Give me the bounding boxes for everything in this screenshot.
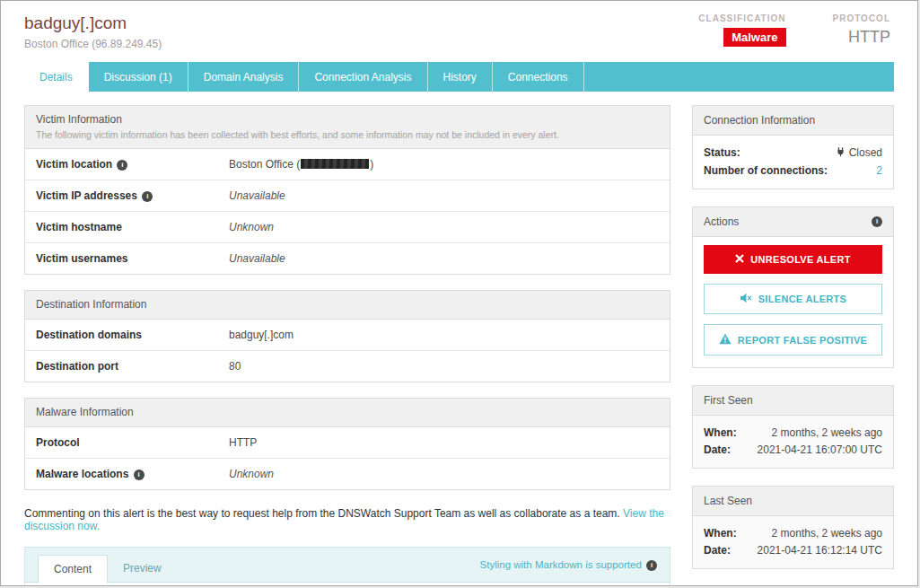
table-row: Destination port 80: [25, 351, 670, 382]
section-header: Malware Information: [25, 399, 670, 427]
info-icon[interactable]: i: [872, 216, 882, 227]
page-title: badguy[.]com: [24, 13, 162, 33]
classification-badge: Malware: [723, 28, 785, 47]
classification-label: CLASSIFICATION: [698, 13, 785, 23]
row-label: Victim location: [36, 158, 112, 171]
when-row: When: 2 months, 2 weeks ago: [704, 424, 882, 441]
header-left: badguy[.]com Boston Office (96.89.249.45…: [24, 13, 162, 50]
tab-details[interactable]: Details: [24, 62, 89, 92]
table-row: Victim IP addresses i Unavailable: [25, 180, 670, 212]
section-subtitle: The following victim information has bee…: [36, 129, 659, 140]
status-row: Status: Closed: [704, 144, 882, 162]
row-label: Victim usernames: [36, 252, 128, 265]
row-value: badguy[.]com: [229, 329, 294, 341]
when-row: When: 2 months, 2 weeks ago: [704, 524, 882, 541]
row-label: Destination port: [36, 360, 118, 373]
page-header: badguy[.]com Boston Office (96.89.249.45…: [1, 1, 917, 50]
tab-discussion[interactable]: Discussion (1): [89, 62, 188, 92]
table-row: Protocol HTTP: [25, 427, 670, 459]
tab-connection-analysis[interactable]: Connection Analysis: [299, 62, 427, 92]
tab-preview[interactable]: Preview: [108, 555, 177, 582]
row-label: Victim hostname: [36, 221, 122, 233]
row-value: Unavailable: [229, 252, 285, 265]
first-seen-box: First Seen When: 2 months, 2 weeks ago D…: [692, 385, 894, 469]
connections-row: Number of connections: 2: [704, 162, 882, 179]
row-value: 80: [229, 360, 241, 373]
tab-domain-analysis[interactable]: Domain Analysis: [188, 62, 300, 92]
row-label: Malware locations: [36, 468, 128, 480]
redacted-ip: [301, 159, 369, 169]
box-header: First Seen: [693, 386, 893, 416]
connections-count-link[interactable]: 2: [876, 164, 882, 177]
malware-information-section: Malware Information Protocol HTTP Malwar…: [24, 398, 670, 490]
tab-content[interactable]: Content: [38, 555, 108, 583]
row-value: Unknown: [229, 468, 274, 480]
box-body: Status: Closed Number of connections: 2: [693, 136, 893, 189]
box-header: Actionsi: [693, 207, 893, 237]
row-label: Destination domains: [36, 329, 142, 341]
victim-information-section: Victim Information The following victim …: [24, 105, 670, 275]
silence-alerts-button[interactable]: SILENCE ALERTS: [704, 284, 882, 314]
left-column: Victim Information The following victim …: [24, 105, 670, 586]
box-body: UNRESOLVE ALERT SILENCE ALERTS REPORT FA…: [693, 237, 893, 367]
protocol-value: HTTP: [833, 28, 890, 47]
mute-speaker-icon: [740, 293, 752, 305]
date-row: Date: 2021-04-21 16:12:14 UTC: [704, 541, 882, 558]
connection-information-box: Connection Information Status: Closed Nu…: [692, 105, 894, 189]
info-icon[interactable]: i: [142, 191, 153, 202]
discussion-prompt: Commenting on this alert is the best way…: [24, 507, 670, 532]
row-value: Unknown: [229, 221, 274, 233]
comment-body: [25, 583, 670, 586]
main-content: Victim Information The following victim …: [1, 92, 917, 586]
row-label: Protocol: [36, 436, 80, 449]
section-title: Destination Information: [36, 298, 659, 311]
info-icon[interactable]: i: [646, 560, 657, 571]
row-value: Boston Office (): [229, 158, 373, 171]
row-label: Victim IP addresses: [36, 189, 137, 202]
comment-tabs: Content Preview Styling with Markdown is…: [25, 548, 670, 583]
classification-block: CLASSIFICATION Malware: [698, 13, 785, 50]
tabbar: Details Discussion (1) Domain Analysis C…: [24, 62, 894, 92]
connections-label: Number of connections:: [704, 164, 828, 177]
table-row: Victim location i Boston Office (): [25, 149, 670, 180]
table-row: Malware locations i Unknown: [25, 459, 670, 489]
page-subtitle: Boston Office (96.89.249.45): [24, 38, 162, 50]
row-value: HTTP: [229, 436, 257, 449]
info-icon[interactable]: i: [117, 160, 127, 171]
section-title: Malware Information: [36, 406, 659, 418]
table-row: Destination domains badguy[.]com: [25, 320, 670, 351]
unresolve-alert-button[interactable]: UNRESOLVE ALERT: [704, 245, 882, 274]
status-label: Status:: [704, 146, 740, 159]
section-header: Destination Information: [25, 291, 670, 320]
box-header: Connection Information: [693, 106, 893, 136]
markdown-note: Styling with Markdown is supported i: [480, 559, 657, 578]
protocol-label: PROTOCOL: [833, 13, 890, 23]
plug-icon: [836, 146, 846, 160]
tab-history[interactable]: History: [428, 62, 493, 92]
x-icon: [735, 254, 744, 265]
alert-detail-page: badguy[.]com Boston Office (96.89.249.45…: [0, 0, 918, 586]
warning-icon: [719, 333, 732, 347]
box-header: Last Seen: [693, 487, 893, 516]
destination-information-section: Destination Information Destination doma…: [24, 290, 670, 382]
table-row: Victim hostname Unknown: [25, 212, 670, 243]
comment-widget: Content Preview Styling with Markdown is…: [24, 547, 670, 586]
info-icon[interactable]: i: [134, 470, 145, 480]
protocol-block: PROTOCOL HTTP: [833, 13, 890, 50]
section-title: Victim Information: [36, 113, 659, 126]
last-seen-box: Last Seen When: 2 months, 2 weeks ago Da…: [692, 486, 894, 569]
tab-connections[interactable]: Connections: [493, 62, 584, 92]
report-false-positive-button[interactable]: REPORT FALSE POSITIVE: [704, 324, 882, 355]
right-column: Connection Information Status: Closed Nu…: [692, 105, 894, 586]
table-row: Victim usernames Unavailable: [25, 243, 670, 274]
box-body: When: 2 months, 2 weeks ago Date: 2021-0…: [693, 416, 893, 468]
row-value: Unavailable: [229, 189, 285, 202]
header-meta: CLASSIFICATION Malware PROTOCOL HTTP: [698, 13, 890, 50]
actions-box: Actionsi UNRESOLVE ALERT SILENCE ALERTS …: [692, 206, 894, 368]
date-row: Date: 2021-04-21 16:07:00 UTC: [704, 441, 882, 458]
status-value: Closed: [836, 146, 882, 160]
section-header: Victim Information The following victim …: [25, 106, 670, 149]
box-body: When: 2 months, 2 weeks ago Date: 2021-0…: [693, 516, 893, 568]
